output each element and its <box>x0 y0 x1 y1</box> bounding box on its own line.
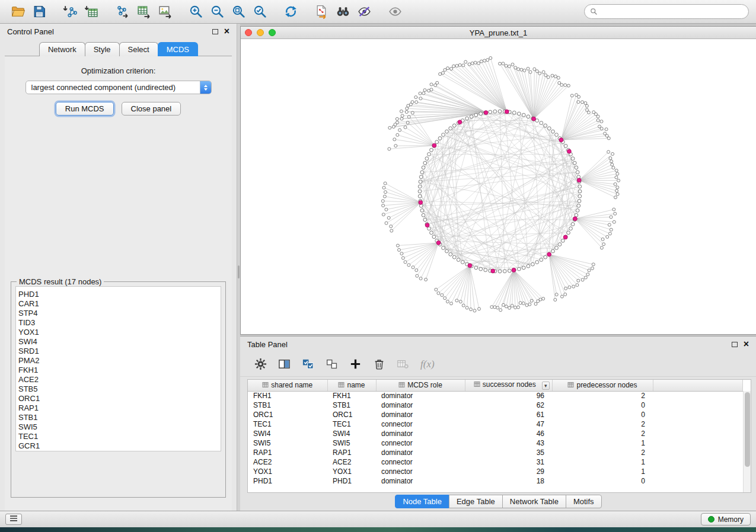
cell-filler <box>653 419 743 429</box>
mcds-result-item[interactable]: PHD1 <box>18 290 221 299</box>
cell-successor-nodes: 46 <box>465 429 552 438</box>
status-menu-button[interactable] <box>5 514 22 525</box>
cell-successor-nodes: 96 <box>465 391 552 400</box>
float-panel-icon[interactable] <box>212 29 218 34</box>
mcds-result-item[interactable]: TID3 <box>18 318 221 328</box>
cell-name: ACE2 <box>327 457 376 467</box>
mcds-result-item[interactable]: YOX1 <box>18 328 221 337</box>
close-panel-button[interactable]: Close panel <box>122 102 181 116</box>
table-scrollbar[interactable] <box>743 391 751 492</box>
zoom-out-button[interactable] <box>206 2 228 21</box>
table-row[interactable]: TEC1TEC1connector472 <box>248 419 743 429</box>
show-columns-icon[interactable] <box>278 358 291 370</box>
table-row[interactable]: ACE2ACE2connector311 <box>248 457 743 467</box>
control-panel-tab-network[interactable]: Network <box>39 42 85 56</box>
mcds-result-item[interactable]: STB5 <box>18 384 221 394</box>
create-column-plus-icon[interactable] <box>349 358 362 370</box>
zoom-window-button[interactable] <box>269 29 276 36</box>
search-box[interactable] <box>584 4 749 19</box>
find-button[interactable] <box>332 2 353 21</box>
mcds-result-item[interactable]: RAP1 <box>18 403 221 413</box>
zoom-selected-button[interactable] <box>249 2 270 21</box>
criterion-dropdown[interactable]: largest connected component (undirected) <box>25 81 212 94</box>
search-input[interactable] <box>601 8 743 16</box>
table-tab-network-table[interactable]: Network Table <box>502 495 566 508</box>
export-image-button[interactable] <box>154 2 176 21</box>
close-table-panel-icon[interactable]: × <box>744 339 749 349</box>
show-details-button[interactable] <box>384 2 406 21</box>
mcds-result-item[interactable]: PMA2 <box>18 356 221 366</box>
zoom-fit-button[interactable] <box>228 2 249 21</box>
import-table-icon <box>84 4 99 19</box>
mcds-result-item[interactable]: FKH1 <box>18 366 221 375</box>
minimize-window-button[interactable] <box>257 29 264 36</box>
cell-shared-name: SWI4 <box>248 429 327 438</box>
table-row[interactable]: ORC1ORC1dominator610 <box>248 410 743 419</box>
cell-predecessor-nodes: 1 <box>552 438 653 448</box>
control-panel-tabs: NetworkStyleSelectMCDS <box>0 42 237 56</box>
memory-button[interactable]: Memory <box>701 513 751 525</box>
column-header-predecessor-nodes[interactable]: predecessor nodes <box>552 380 653 391</box>
table-row[interactable]: SWI4SWI4dominator462 <box>248 429 743 438</box>
table-tab-node-table[interactable]: Node Table <box>395 495 449 508</box>
mcds-result-item[interactable]: SWI5 <box>18 422 221 432</box>
mcds-result-item[interactable]: CAR1 <box>18 299 221 309</box>
run-mcds-button[interactable]: Run MCDS <box>56 102 114 116</box>
column-header-MCDS-role[interactable]: MCDS role <box>376 380 465 391</box>
table-row[interactable]: RAP1RAP1dominator352 <box>248 448 743 457</box>
deselect-all-checkboxes-icon[interactable] <box>326 358 338 370</box>
zoom-in-icon <box>189 4 203 19</box>
table-tab-edge-table[interactable]: Edge Table <box>449 495 503 508</box>
table-row[interactable]: YOX1YOX1connector291 <box>248 467 743 476</box>
cell-predecessor-nodes: 0 <box>552 400 653 410</box>
mcds-result-item[interactable]: ORC1 <box>18 394 221 403</box>
dropdown-stepper-icon[interactable] <box>200 81 211 94</box>
mcds-result-item[interactable]: SWI4 <box>18 337 221 347</box>
import-table-button[interactable] <box>81 2 102 21</box>
column-header-shared-name[interactable]: shared name <box>248 380 327 391</box>
table-tab-motifs[interactable]: Motifs <box>566 495 602 508</box>
network-canvas[interactable] <box>241 39 756 334</box>
import-network-button[interactable] <box>59 2 81 21</box>
open-button[interactable] <box>7 2 28 21</box>
column-header-name[interactable]: name <box>327 380 376 391</box>
mcds-result-item[interactable]: GCR1 <box>18 441 221 451</box>
control-panel-tab-mcds[interactable]: MCDS <box>158 42 198 56</box>
mcds-result-item[interactable]: TEC1 <box>18 432 221 441</box>
save-icon <box>32 4 47 19</box>
delete-column-trash-icon[interactable] <box>373 358 385 370</box>
scrollbar-thumb[interactable] <box>745 392 750 467</box>
clone-network-button[interactable] <box>311 2 332 21</box>
sort-dropdown-icon[interactable]: ▾ <box>542 382 550 390</box>
table-row[interactable]: SWI5SWI5connector431 <box>248 438 743 448</box>
export-network-button[interactable] <box>111 2 133 21</box>
import-table-disabled-icon <box>397 358 409 370</box>
close-window-button[interactable] <box>245 29 252 36</box>
zoom-selected-icon <box>253 4 267 19</box>
table-row[interactable]: PHD1PHD1dominator180 <box>248 476 743 486</box>
column-header-successor-nodes[interactable]: successor nodes▾ <box>465 380 552 391</box>
table-row[interactable]: FKH1FKH1dominator962 <box>248 391 743 400</box>
mcds-result-item[interactable]: SRD1 <box>18 347 221 356</box>
optimization-criterion-label: Optimization criterion: <box>5 66 232 75</box>
save-button[interactable] <box>28 2 50 21</box>
zoom-out-icon <box>210 4 225 19</box>
close-panel-icon[interactable]: × <box>224 27 229 36</box>
select-all-checkboxes-icon[interactable] <box>302 358 314 370</box>
mcds-result-item[interactable]: STB1 <box>18 413 221 422</box>
mcds-result-item[interactable]: ACE2 <box>18 375 221 384</box>
control-panel-tab-select[interactable]: Select <box>119 42 158 56</box>
network-window-title: YPA_prune.txt_1 <box>282 28 714 37</box>
refresh-button[interactable] <box>280 2 301 21</box>
table-row[interactable]: STB1STB1dominator620 <box>248 400 743 410</box>
export-table-button[interactable] <box>133 2 154 21</box>
mcds-result-item[interactable]: STP4 <box>18 309 221 318</box>
panel-splitter[interactable] <box>237 24 240 511</box>
control-panel-tab-style[interactable]: Style <box>85 42 120 56</box>
hide-details-button[interactable] <box>353 2 375 21</box>
float-table-panel-icon[interactable] <box>732 342 738 347</box>
zoom-in-button[interactable] <box>185 2 206 21</box>
table-settings-gear-icon[interactable] <box>254 358 267 370</box>
mcds-result-list[interactable]: PHD1CAR1STP4TID3YOX1SWI4SRD1PMA2FKH1ACE2… <box>15 286 221 451</box>
network-window-titlebar[interactable]: YPA_prune.txt_1 <box>241 27 756 39</box>
